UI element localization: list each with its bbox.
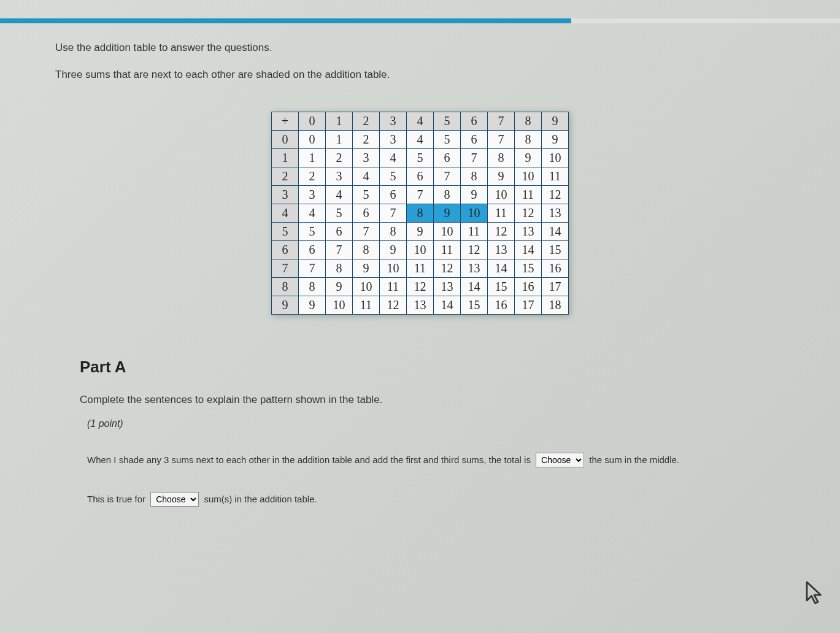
sentence-1-text-a: When I shade any 3 sums next to each oth… bbox=[87, 455, 533, 465]
table-cell: 15 bbox=[515, 259, 542, 278]
table-cell: 8 bbox=[407, 204, 434, 223]
table-cell: 14 bbox=[542, 223, 569, 241]
row-header: 6 bbox=[272, 241, 299, 259]
col-header: 6 bbox=[461, 112, 488, 131]
table-cell: 8 bbox=[461, 167, 488, 186]
table-cell: 11 bbox=[542, 167, 569, 186]
table-cell: 12 bbox=[488, 223, 515, 241]
table-cell: 6 bbox=[380, 186, 407, 204]
col-header: 8 bbox=[515, 112, 542, 131]
table-cell: 9 bbox=[353, 259, 380, 278]
table-cell: 8 bbox=[299, 278, 326, 296]
instruction-line-2: Three sums that are next to each other a… bbox=[55, 69, 785, 81]
table-cell: 6 bbox=[326, 223, 353, 241]
table-cell: 7 bbox=[488, 131, 515, 149]
col-header: 9 bbox=[542, 112, 569, 131]
table-cell: 14 bbox=[515, 241, 542, 259]
sentence-1: When I shade any 3 sums next to each oth… bbox=[87, 451, 785, 469]
table-cell: 9 bbox=[326, 278, 353, 296]
table-cell: 8 bbox=[380, 223, 407, 241]
table-cell: 8 bbox=[515, 131, 542, 149]
table-cell: 9 bbox=[515, 149, 542, 167]
table-cell: 1 bbox=[326, 131, 353, 149]
table-cell: 4 bbox=[380, 149, 407, 167]
table-cell: 5 bbox=[326, 204, 353, 223]
table-cell: 3 bbox=[299, 186, 326, 204]
table-cell: 5 bbox=[380, 167, 407, 186]
col-header: 2 bbox=[353, 112, 380, 131]
table-cell: 8 bbox=[326, 259, 353, 278]
table-cell: 9 bbox=[299, 296, 326, 315]
table-cell: 6 bbox=[461, 131, 488, 149]
col-header: 7 bbox=[488, 112, 515, 131]
table-cell: 9 bbox=[407, 223, 434, 241]
table-corner: + bbox=[272, 112, 299, 131]
progress-bar bbox=[0, 18, 840, 23]
sentence-2-text-a: This is true for bbox=[87, 494, 148, 504]
table-cell: 15 bbox=[461, 296, 488, 315]
table-cell: 9 bbox=[542, 131, 569, 149]
dropdown-2[interactable]: Choose bbox=[150, 492, 199, 507]
addition-table: +012345678900123456789112345678910223456… bbox=[271, 112, 569, 315]
table-cell: 18 bbox=[542, 296, 569, 315]
dropdown-1[interactable]: Choose bbox=[536, 453, 584, 467]
sentence-1-text-b: the sum in the middle. bbox=[589, 455, 679, 465]
table-cell: 10 bbox=[380, 259, 407, 278]
table-cell: 7 bbox=[461, 149, 488, 167]
table-cell: 12 bbox=[542, 186, 569, 204]
sentence-2: This is true for Choose sum(s) in the ad… bbox=[87, 491, 785, 508]
row-header: 8 bbox=[272, 278, 299, 296]
table-cell: 11 bbox=[434, 241, 461, 259]
part-a-heading: Part A bbox=[80, 358, 785, 377]
row-header: 5 bbox=[272, 223, 299, 241]
table-cell: 3 bbox=[326, 167, 353, 186]
table-cell: 10 bbox=[488, 186, 515, 204]
progress-fill bbox=[0, 18, 571, 23]
table-cell: 7 bbox=[299, 259, 326, 278]
col-header: 4 bbox=[407, 112, 434, 131]
row-header: 0 bbox=[272, 131, 299, 149]
part-a-instruction: Complete the sentences to explain the pa… bbox=[80, 394, 785, 406]
table-cell: 4 bbox=[353, 167, 380, 186]
table-cell: 8 bbox=[488, 149, 515, 167]
table-cell: 6 bbox=[434, 149, 461, 167]
table-cell: 13 bbox=[407, 296, 434, 315]
table-cell: 14 bbox=[461, 278, 488, 296]
table-cell: 3 bbox=[353, 149, 380, 167]
table-cell: 13 bbox=[542, 204, 569, 223]
table-cell: 10 bbox=[434, 223, 461, 241]
table-cell: 5 bbox=[353, 186, 380, 204]
table-cell: 9 bbox=[380, 241, 407, 259]
table-cell: 2 bbox=[299, 167, 326, 186]
table-cell: 9 bbox=[488, 167, 515, 186]
table-cell: 4 bbox=[407, 131, 434, 149]
table-cell: 0 bbox=[299, 131, 326, 149]
row-header: 9 bbox=[272, 296, 299, 315]
table-cell: 17 bbox=[542, 278, 569, 296]
table-cell: 9 bbox=[434, 204, 461, 223]
table-cell: 13 bbox=[488, 241, 515, 259]
table-cell: 5 bbox=[407, 149, 434, 167]
table-cell: 15 bbox=[488, 278, 515, 296]
table-cell: 6 bbox=[299, 241, 326, 259]
col-header: 5 bbox=[434, 112, 461, 131]
table-cell: 1 bbox=[299, 149, 326, 167]
table-cell: 5 bbox=[434, 131, 461, 149]
table-cell: 17 bbox=[515, 296, 542, 315]
table-cell: 15 bbox=[542, 241, 569, 259]
col-header: 1 bbox=[326, 112, 353, 131]
table-cell: 11 bbox=[380, 278, 407, 296]
col-header: 0 bbox=[299, 112, 326, 131]
table-cell: 12 bbox=[434, 259, 461, 278]
table-cell: 2 bbox=[353, 131, 380, 149]
table-cell: 5 bbox=[299, 223, 326, 241]
table-cell: 10 bbox=[515, 167, 542, 186]
table-cell: 9 bbox=[461, 186, 488, 204]
table-cell: 16 bbox=[488, 296, 515, 315]
table-cell: 8 bbox=[434, 186, 461, 204]
table-cell: 7 bbox=[326, 241, 353, 259]
table-cell: 11 bbox=[353, 296, 380, 315]
table-cell: 12 bbox=[407, 278, 434, 296]
table-cell: 14 bbox=[488, 259, 515, 278]
table-cell: 16 bbox=[542, 259, 569, 278]
